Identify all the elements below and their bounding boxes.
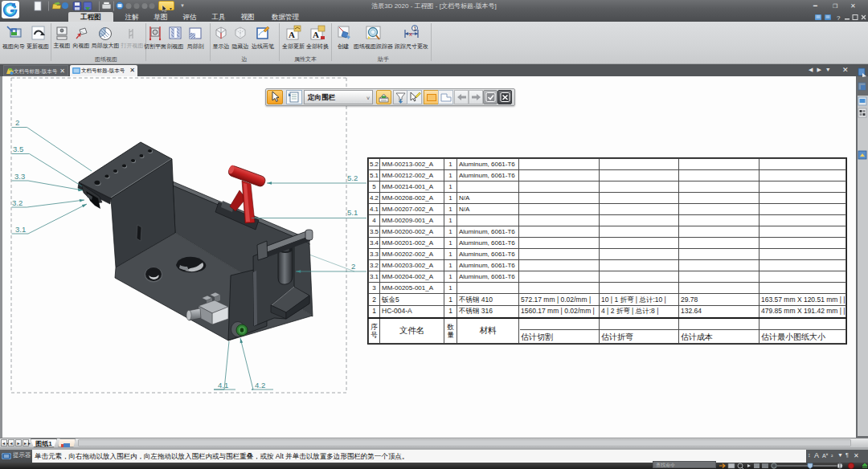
svg-text:2: 2: [351, 262, 355, 271]
svg-text:3.5: 3.5: [13, 145, 23, 153]
svg-text:3.1: 3.1: [15, 225, 26, 234]
svg-text:2: 2: [15, 118, 19, 127]
svg-text:4.2: 4.2: [255, 381, 265, 389]
svg-text:5.1: 5.1: [347, 208, 358, 217]
svg-text:5.2: 5.2: [347, 173, 358, 182]
svg-text:4.1: 4.1: [218, 381, 228, 389]
svg-text:3.3: 3.3: [14, 172, 25, 181]
svg-text:3.2: 3.2: [12, 198, 23, 207]
